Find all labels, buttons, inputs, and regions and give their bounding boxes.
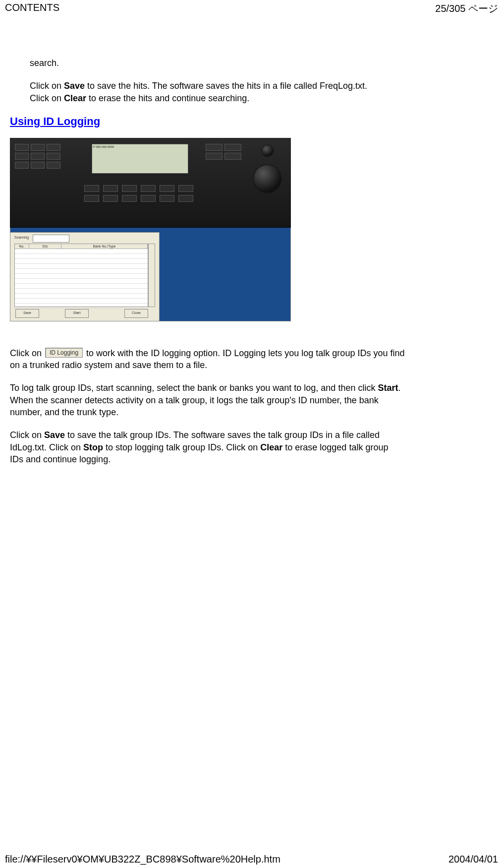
paragraph-log-start: To log talk group IDs, start scanning, s… — [10, 382, 406, 394]
bold-clear: Clear — [64, 93, 86, 103]
dialog-save-button: Save — [15, 309, 39, 318]
radio-button-grid-right — [206, 144, 241, 160]
radio-lcd: P 000 000.0000 — [92, 144, 188, 174]
dialog-scrollbar-icon — [148, 244, 155, 307]
content-area: search. Click on Save to save the hits. … — [0, 17, 503, 465]
col-no: No. — [15, 244, 29, 248]
header-right: 25/305 ページ — [435, 2, 498, 15]
id-logging-button[interactable]: ID Logging — [45, 348, 83, 358]
radio-button-grid-left — [15, 144, 60, 169]
paragraph-trunked-radio: on a trunked radio system and save them … — [10, 359, 406, 371]
page-footer: file://¥¥Fileserv0¥OM¥UB322Z_BC898¥Softw… — [0, 854, 503, 865]
big-knob-icon — [254, 165, 281, 192]
paragraph-click-id-logging: Click on ID Logging to work with the ID … — [10, 347, 406, 359]
screenshot-id-logging: P 000 000.0000 Scanning No. IDs Bank No.… — [10, 138, 291, 321]
col-bank: Bank No./Type — [61, 244, 148, 248]
id-logging-dialog: Scanning No. IDs Bank No./Type Save Star… — [10, 232, 160, 321]
paragraph-save-stop-clear-3: IDs and continue logging. — [10, 453, 406, 465]
header-left: CONTENTS — [5, 2, 59, 15]
col-ids: IDs — [29, 244, 61, 248]
bold-save-2: Save — [44, 430, 65, 440]
paragraph-save-hits: Click on Save to save the hits. The soft… — [30, 80, 416, 92]
radio-unit-image: P 000 000.0000 — [10, 138, 291, 228]
paragraph-clear-hits: Click on Clear to erase the hits and con… — [30, 92, 416, 104]
bold-stop: Stop — [83, 442, 103, 452]
paragraph-detects-activity: When the scanner detects activity on a t… — [10, 394, 406, 406]
bold-save: Save — [64, 81, 85, 91]
paragraph-save-stop-clear-1: Click on Save to save the talk group IDs… — [10, 429, 406, 441]
bold-start: Start — [378, 383, 398, 393]
page-header: CONTENTS 25/305 ページ — [0, 0, 503, 17]
paragraph-trunk-type: number, and the trunk type. — [10, 406, 406, 418]
paragraph-search: search. — [30, 57, 416, 69]
radio-button-grid-center — [84, 185, 193, 202]
footer-left: file://¥¥Fileserv0¥OM¥UB322Z_BC898¥Softw… — [5, 854, 280, 865]
dialog-start-button: Start — [65, 309, 89, 318]
dialog-table: No. IDs Bank No./Type — [14, 244, 148, 307]
heading-using-id-logging: Using ID Logging — [10, 115, 493, 128]
dialog-dropdown — [33, 235, 69, 243]
dialog-scanning-label: Scanning — [14, 236, 29, 239]
paragraph-save-stop-clear-2: IdLog.txt. Click on Stop to stop logging… — [10, 441, 406, 453]
bold-clear-2: Clear — [260, 442, 282, 452]
small-knob-icon — [262, 145, 273, 156]
footer-right: 2004/04/01 — [448, 854, 498, 865]
dialog-close-button: Close — [124, 309, 148, 318]
